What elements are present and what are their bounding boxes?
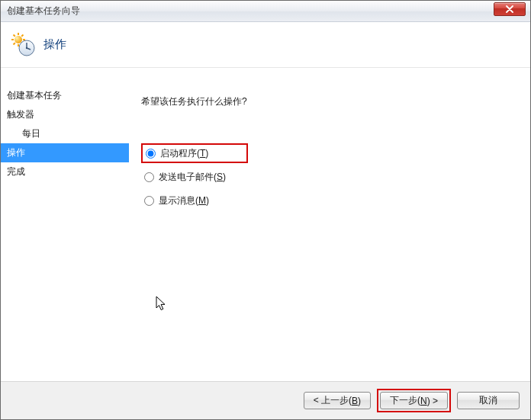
radio-send-email[interactable] [144, 172, 154, 182]
svg-line-8 [21, 34, 23, 36]
back-button-wrap: < 上一步(B) [304, 392, 371, 409]
close-button[interactable] [494, 2, 526, 16]
svg-line-7 [14, 43, 15, 44]
cancel-button-wrap: 取消 [457, 392, 520, 409]
next-button-wrap: 下一步(N) > [377, 389, 451, 412]
option-label: 显示消息(M) [159, 194, 209, 207]
sidebar-item-label: 创建基本任务 [7, 90, 62, 101]
radio-start-program[interactable] [146, 149, 156, 159]
page-title: 操作 [43, 37, 66, 52]
cancel-button[interactable]: 取消 [457, 392, 520, 409]
svg-point-0 [14, 36, 22, 43]
svg-line-5 [14, 34, 15, 36]
option-show-message[interactable]: 显示消息(M) [141, 191, 248, 210]
option-label: 发送电子邮件(S) [159, 171, 226, 184]
wizard-body: 创建基本任务 触发器 每日 操作 完成 希望该任务执行什么操作? 启动程序(T)… [1, 68, 530, 381]
sidebar-item-action[interactable]: 操作 [1, 143, 129, 162]
option-label: 启动程序(T) [160, 147, 208, 160]
next-button[interactable]: 下一步(N) > [380, 392, 448, 409]
sidebar-item-label: 触发器 [7, 109, 34, 120]
sidebar-item-label: 每日 [22, 128, 40, 139]
sidebar: 创建基本任务 触发器 每日 操作 完成 [1, 68, 129, 381]
option-start-program[interactable]: 启动程序(T) [141, 143, 248, 163]
sidebar-item-label: 完成 [7, 166, 25, 177]
footer: < 上一步(B) 下一步(N) > 取消 [1, 381, 530, 419]
close-icon [505, 5, 514, 13]
sidebar-item-create-task[interactable]: 创建基本任务 [1, 86, 129, 105]
wizard-window: 创建基本任务向导 [0, 0, 531, 420]
sidebar-item-daily[interactable]: 每日 [1, 124, 129, 143]
titlebar: 创建基本任务向导 [1, 1, 530, 22]
task-icon [11, 33, 36, 57]
back-button[interactable]: < 上一步(B) [304, 392, 371, 409]
prompt-text: 希望该任务执行什么操作? [141, 95, 530, 108]
sidebar-item-label: 操作 [7, 147, 25, 158]
radio-show-message[interactable] [144, 196, 154, 206]
sidebar-item-trigger[interactable]: 触发器 [1, 105, 129, 124]
content-area: 希望该任务执行什么操作? 启动程序(T) 发送电子邮件(S) 显示消息(M) [129, 68, 530, 381]
window-title: 创建基本任务向导 [7, 5, 80, 18]
option-send-email[interactable]: 发送电子邮件(S) [141, 167, 248, 187]
header-panel: 操作 [1, 22, 530, 68]
sidebar-item-finish[interactable]: 完成 [1, 162, 129, 181]
